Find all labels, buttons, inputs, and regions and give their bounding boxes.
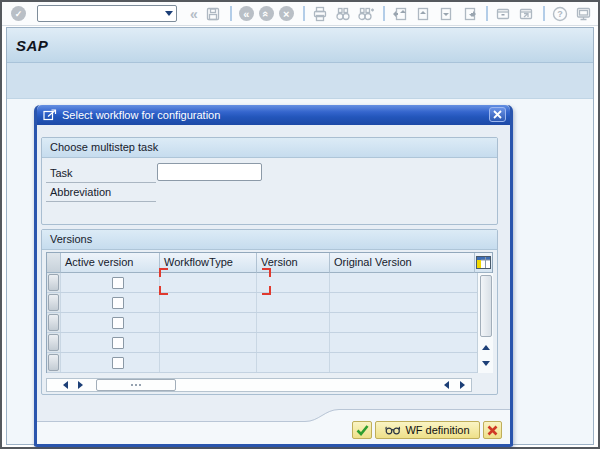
version-cell[interactable] — [257, 273, 330, 292]
last-page-icon[interactable] — [461, 6, 477, 22]
command-input[interactable] — [37, 5, 177, 22]
dialog-title: Select workflow for configuration — [62, 109, 220, 121]
scroll-right-button[interactable] — [73, 379, 87, 391]
row-selector[interactable] — [47, 353, 61, 372]
row-selector[interactable] — [47, 273, 61, 292]
row-selector[interactable] — [47, 313, 61, 332]
scroll-left-button[interactable] — [58, 379, 72, 391]
row-selector-header[interactable] — [47, 253, 61, 273]
original-version-cell — [330, 353, 474, 372]
toolbar-separator — [303, 6, 305, 21]
active-version-checkbox[interactable] — [112, 337, 124, 349]
arrow-right-icon — [460, 381, 465, 389]
column-header-version[interactable]: Version — [257, 253, 330, 273]
close-icon — [493, 110, 502, 119]
check-icon — [356, 424, 369, 436]
first-page-icon[interactable] — [392, 6, 408, 22]
dialog-title-bar[interactable]: Select workflow for configuration — [37, 105, 510, 125]
next-page-icon[interactable] — [438, 6, 454, 22]
toolbar-separator — [486, 6, 488, 21]
version-cell[interactable] — [257, 293, 330, 312]
active-version-cell — [61, 313, 160, 332]
scroll-down-button[interactable] — [479, 356, 493, 371]
version-cell[interactable] — [257, 313, 330, 332]
scroll-right-end-button[interactable] — [455, 379, 469, 391]
wf-definition-label: WF definition — [405, 424, 469, 436]
back-circle-icon[interactable]: « — [239, 6, 254, 21]
confirm-button[interactable] — [352, 421, 372, 439]
save-icon[interactable] — [205, 6, 221, 22]
scroll-left-end-button[interactable] — [439, 379, 453, 391]
create-shortcut-icon[interactable] — [518, 6, 534, 22]
active-version-cell — [61, 333, 160, 352]
arrow-left-icon — [63, 381, 68, 389]
version-cell[interactable] — [257, 353, 330, 372]
glasses-icon — [385, 425, 401, 435]
wf-definition-button[interactable]: WF definition — [375, 421, 480, 439]
back-chevrons-icon[interactable]: « — [190, 7, 198, 21]
group-choose-multistep-task: Choose multistep task Task Abbreviation — [41, 137, 498, 225]
workflow-type-cell[interactable] — [160, 293, 257, 312]
app-title: SAP — [16, 37, 48, 54]
exit-circle-icon[interactable]: « — [259, 6, 274, 21]
column-header-original-version[interactable]: Original Version — [330, 253, 475, 273]
horizontal-scrollbar-thumb[interactable] — [96, 379, 176, 391]
workflow-type-cell[interactable] — [160, 333, 257, 352]
table-settings-icon — [476, 256, 491, 269]
toolbar-separator — [383, 6, 385, 21]
arrow-left-icon — [444, 381, 449, 389]
group-versions: Versions Active version WorkflowType Ver… — [41, 229, 498, 395]
close-button[interactable] — [489, 107, 506, 122]
workflow-type-cell[interactable] — [160, 273, 257, 292]
new-session-icon[interactable] — [495, 6, 511, 22]
help-icon[interactable]: ? — [552, 6, 568, 22]
print-icon[interactable] — [312, 6, 328, 22]
arrow-down-icon — [482, 361, 490, 366]
table-header-row: Active version WorkflowType Version Orig… — [47, 253, 492, 273]
abbreviation-label: Abbreviation — [46, 183, 156, 202]
dialog-icon — [43, 109, 57, 121]
toolbar-separator — [543, 6, 545, 21]
command-field[interactable] — [37, 5, 177, 22]
task-input[interactable] — [157, 163, 262, 181]
table-settings-button[interactable] — [475, 253, 492, 273]
original-version-cell — [330, 313, 474, 332]
active-version-checkbox[interactable] — [112, 357, 124, 369]
group-title: Versions — [42, 230, 497, 250]
workflow-type-cell[interactable] — [160, 313, 257, 332]
active-version-cell — [61, 353, 160, 372]
table-row — [47, 293, 492, 313]
original-version-cell — [330, 333, 474, 352]
sap-gui-window: ✓ « « « × — [0, 0, 600, 449]
vertical-scrollbar-thumb[interactable] — [480, 275, 492, 337]
dialog-select-workflow: Select workflow for configuration Choose… — [34, 105, 513, 447]
original-version-cell — [330, 273, 474, 292]
row-selector[interactable] — [47, 293, 61, 312]
active-version-checkbox[interactable] — [112, 277, 124, 289]
find-icon[interactable] — [335, 6, 351, 22]
active-version-cell — [61, 273, 160, 292]
customize-layout-icon[interactable] — [575, 6, 592, 22]
cancel-button[interactable] — [483, 421, 502, 439]
previous-page-icon[interactable] — [415, 6, 431, 22]
row-selector[interactable] — [47, 333, 61, 352]
column-header-workflow-type[interactable]: WorkflowType — [160, 253, 257, 273]
main-toolbar: ✓ « « « × — [2, 2, 598, 26]
enter-icon[interactable]: ✓ — [11, 6, 26, 21]
workflow-type-cell[interactable] — [160, 353, 257, 372]
active-version-checkbox[interactable] — [112, 297, 124, 309]
task-label: Task — [46, 164, 156, 183]
table-row — [47, 273, 492, 293]
chevron-down-icon[interactable] — [165, 11, 173, 16]
version-cell[interactable] — [257, 333, 330, 352]
scroll-up-button[interactable] — [479, 340, 493, 355]
arrow-right-icon — [78, 381, 83, 389]
active-version-checkbox[interactable] — [112, 317, 124, 329]
horizontal-scrollbar[interactable] — [46, 378, 472, 392]
column-header-active-version[interactable]: Active version — [61, 253, 160, 273]
arrow-up-icon — [482, 345, 490, 350]
find-next-icon[interactable] — [358, 6, 374, 22]
vertical-scrollbar[interactable] — [477, 273, 493, 373]
cancel-circle-icon[interactable]: × — [279, 6, 294, 21]
sap-title-band: SAP — [7, 28, 593, 63]
